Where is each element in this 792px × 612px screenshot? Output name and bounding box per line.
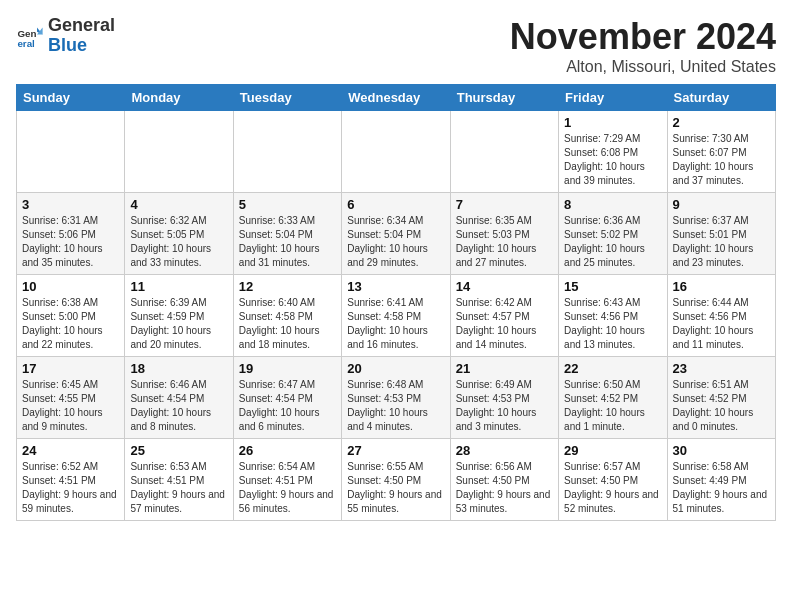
- calendar-cell: 14Sunrise: 6:42 AMSunset: 4:57 PMDayligh…: [450, 275, 558, 357]
- calendar-cell: 16Sunrise: 6:44 AMSunset: 4:56 PMDayligh…: [667, 275, 775, 357]
- day-number: 24: [22, 443, 119, 458]
- calendar-cell: 27Sunrise: 6:55 AMSunset: 4:50 PMDayligh…: [342, 439, 450, 521]
- calendar-cell: 23Sunrise: 6:51 AMSunset: 4:52 PMDayligh…: [667, 357, 775, 439]
- cell-info: Sunrise: 6:35 AMSunset: 5:03 PMDaylight:…: [456, 214, 553, 270]
- day-number: 4: [130, 197, 227, 212]
- calendar-cell: [342, 111, 450, 193]
- cell-info: Sunrise: 6:39 AMSunset: 4:59 PMDaylight:…: [130, 296, 227, 352]
- logo-icon: Gen eral: [16, 22, 44, 50]
- day-number: 18: [130, 361, 227, 376]
- calendar-week-row: 3Sunrise: 6:31 AMSunset: 5:06 PMDaylight…: [17, 193, 776, 275]
- title-block: November 2024 Alton, Missouri, United St…: [510, 16, 776, 76]
- cell-info: Sunrise: 6:51 AMSunset: 4:52 PMDaylight:…: [673, 378, 770, 434]
- cell-info: Sunrise: 6:58 AMSunset: 4:49 PMDaylight:…: [673, 460, 770, 516]
- weekday-header-wednesday: Wednesday: [342, 85, 450, 111]
- cell-info: Sunrise: 6:34 AMSunset: 5:04 PMDaylight:…: [347, 214, 444, 270]
- weekday-header-saturday: Saturday: [667, 85, 775, 111]
- calendar-cell: 28Sunrise: 6:56 AMSunset: 4:50 PMDayligh…: [450, 439, 558, 521]
- cell-info: Sunrise: 6:32 AMSunset: 5:05 PMDaylight:…: [130, 214, 227, 270]
- day-number: 28: [456, 443, 553, 458]
- day-number: 9: [673, 197, 770, 212]
- calendar-cell: 4Sunrise: 6:32 AMSunset: 5:05 PMDaylight…: [125, 193, 233, 275]
- cell-info: Sunrise: 6:31 AMSunset: 5:06 PMDaylight:…: [22, 214, 119, 270]
- cell-info: Sunrise: 7:29 AMSunset: 6:08 PMDaylight:…: [564, 132, 661, 188]
- calendar-cell: 5Sunrise: 6:33 AMSunset: 5:04 PMDaylight…: [233, 193, 341, 275]
- calendar-week-row: 10Sunrise: 6:38 AMSunset: 5:00 PMDayligh…: [17, 275, 776, 357]
- cell-info: Sunrise: 6:47 AMSunset: 4:54 PMDaylight:…: [239, 378, 336, 434]
- weekday-header-friday: Friday: [559, 85, 667, 111]
- calendar-cell: 26Sunrise: 6:54 AMSunset: 4:51 PMDayligh…: [233, 439, 341, 521]
- weekday-header-monday: Monday: [125, 85, 233, 111]
- calendar-cell: [233, 111, 341, 193]
- calendar-cell: 21Sunrise: 6:49 AMSunset: 4:53 PMDayligh…: [450, 357, 558, 439]
- calendar-cell: 1Sunrise: 7:29 AMSunset: 6:08 PMDaylight…: [559, 111, 667, 193]
- cell-info: Sunrise: 6:38 AMSunset: 5:00 PMDaylight:…: [22, 296, 119, 352]
- cell-info: Sunrise: 6:53 AMSunset: 4:51 PMDaylight:…: [130, 460, 227, 516]
- header: Gen eral General Blue November 2024 Alto…: [16, 16, 776, 76]
- calendar-week-row: 17Sunrise: 6:45 AMSunset: 4:55 PMDayligh…: [17, 357, 776, 439]
- day-number: 17: [22, 361, 119, 376]
- day-number: 5: [239, 197, 336, 212]
- svg-text:eral: eral: [17, 38, 35, 49]
- calendar-week-row: 1Sunrise: 7:29 AMSunset: 6:08 PMDaylight…: [17, 111, 776, 193]
- weekday-header-sunday: Sunday: [17, 85, 125, 111]
- cell-info: Sunrise: 6:50 AMSunset: 4:52 PMDaylight:…: [564, 378, 661, 434]
- cell-info: Sunrise: 6:36 AMSunset: 5:02 PMDaylight:…: [564, 214, 661, 270]
- day-number: 12: [239, 279, 336, 294]
- cell-info: Sunrise: 6:49 AMSunset: 4:53 PMDaylight:…: [456, 378, 553, 434]
- calendar-cell: 17Sunrise: 6:45 AMSunset: 4:55 PMDayligh…: [17, 357, 125, 439]
- day-number: 6: [347, 197, 444, 212]
- calendar-cell: [125, 111, 233, 193]
- calendar-cell: 2Sunrise: 7:30 AMSunset: 6:07 PMDaylight…: [667, 111, 775, 193]
- day-number: 2: [673, 115, 770, 130]
- month-title: November 2024: [510, 16, 776, 58]
- day-number: 22: [564, 361, 661, 376]
- calendar-cell: 11Sunrise: 6:39 AMSunset: 4:59 PMDayligh…: [125, 275, 233, 357]
- calendar-cell: 18Sunrise: 6:46 AMSunset: 4:54 PMDayligh…: [125, 357, 233, 439]
- day-number: 7: [456, 197, 553, 212]
- calendar-cell: 7Sunrise: 6:35 AMSunset: 5:03 PMDaylight…: [450, 193, 558, 275]
- day-number: 23: [673, 361, 770, 376]
- cell-info: Sunrise: 6:41 AMSunset: 4:58 PMDaylight:…: [347, 296, 444, 352]
- day-number: 25: [130, 443, 227, 458]
- weekday-header-row: SundayMondayTuesdayWednesdayThursdayFrid…: [17, 85, 776, 111]
- day-number: 30: [673, 443, 770, 458]
- day-number: 3: [22, 197, 119, 212]
- day-number: 26: [239, 443, 336, 458]
- calendar-cell: 24Sunrise: 6:52 AMSunset: 4:51 PMDayligh…: [17, 439, 125, 521]
- day-number: 11: [130, 279, 227, 294]
- cell-info: Sunrise: 6:43 AMSunset: 4:56 PMDaylight:…: [564, 296, 661, 352]
- cell-info: Sunrise: 6:54 AMSunset: 4:51 PMDaylight:…: [239, 460, 336, 516]
- day-number: 20: [347, 361, 444, 376]
- calendar-cell: 15Sunrise: 6:43 AMSunset: 4:56 PMDayligh…: [559, 275, 667, 357]
- calendar-cell: 10Sunrise: 6:38 AMSunset: 5:00 PMDayligh…: [17, 275, 125, 357]
- day-number: 15: [564, 279, 661, 294]
- day-number: 29: [564, 443, 661, 458]
- calendar-cell: 30Sunrise: 6:58 AMSunset: 4:49 PMDayligh…: [667, 439, 775, 521]
- day-number: 27: [347, 443, 444, 458]
- cell-info: Sunrise: 6:33 AMSunset: 5:04 PMDaylight:…: [239, 214, 336, 270]
- day-number: 16: [673, 279, 770, 294]
- day-number: 10: [22, 279, 119, 294]
- cell-info: Sunrise: 6:55 AMSunset: 4:50 PMDaylight:…: [347, 460, 444, 516]
- logo-text: General Blue: [48, 16, 115, 56]
- cell-info: Sunrise: 6:42 AMSunset: 4:57 PMDaylight:…: [456, 296, 553, 352]
- day-number: 19: [239, 361, 336, 376]
- cell-info: Sunrise: 6:37 AMSunset: 5:01 PMDaylight:…: [673, 214, 770, 270]
- logo: Gen eral General Blue: [16, 16, 115, 56]
- day-number: 1: [564, 115, 661, 130]
- calendar-cell: 8Sunrise: 6:36 AMSunset: 5:02 PMDaylight…: [559, 193, 667, 275]
- calendar-cell: 20Sunrise: 6:48 AMSunset: 4:53 PMDayligh…: [342, 357, 450, 439]
- calendar-week-row: 24Sunrise: 6:52 AMSunset: 4:51 PMDayligh…: [17, 439, 776, 521]
- calendar-cell: 29Sunrise: 6:57 AMSunset: 4:50 PMDayligh…: [559, 439, 667, 521]
- weekday-header-tuesday: Tuesday: [233, 85, 341, 111]
- calendar-cell: [17, 111, 125, 193]
- cell-info: Sunrise: 6:46 AMSunset: 4:54 PMDaylight:…: [130, 378, 227, 434]
- cell-info: Sunrise: 6:40 AMSunset: 4:58 PMDaylight:…: [239, 296, 336, 352]
- calendar-cell: 12Sunrise: 6:40 AMSunset: 4:58 PMDayligh…: [233, 275, 341, 357]
- calendar-cell: 9Sunrise: 6:37 AMSunset: 5:01 PMDaylight…: [667, 193, 775, 275]
- day-number: 14: [456, 279, 553, 294]
- day-number: 21: [456, 361, 553, 376]
- calendar-cell: 25Sunrise: 6:53 AMSunset: 4:51 PMDayligh…: [125, 439, 233, 521]
- cell-info: Sunrise: 6:45 AMSunset: 4:55 PMDaylight:…: [22, 378, 119, 434]
